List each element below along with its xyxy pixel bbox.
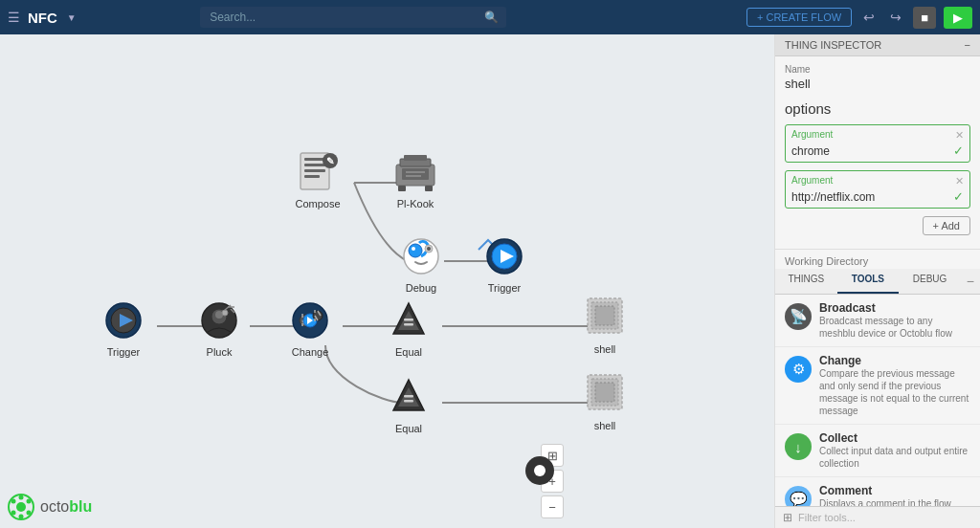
tab-things[interactable]: THINGS <box>775 269 837 294</box>
broadcast-desc: Broadcast message to any meshblu device … <box>819 315 970 340</box>
change-tool-desc: Compare the previous message and only se… <box>819 367 970 417</box>
svg-point-51 <box>27 511 32 516</box>
create-flow-button[interactable]: + CREATE FLOW <box>746 8 852 27</box>
argument1-label: Argument ✕ <box>791 129 964 142</box>
collect-icon: ↓ <box>785 433 812 460</box>
thing-inspector-label: THING INSPECTOR <box>785 39 881 51</box>
working-directory-label: Working Directory <box>775 249 980 269</box>
comment-desc: Displays a comment in the flow <box>819 497 951 506</box>
svg-rect-11 <box>425 186 433 191</box>
compose-label: Compose <box>295 198 340 209</box>
argument2-value[interactable]: http://netflix.com <box>791 190 949 204</box>
pl-kook-label: Pl-Kook <box>397 198 434 209</box>
svg-point-52 <box>19 515 24 519</box>
argument1-close-button[interactable]: ✕ <box>955 129 964 142</box>
filter-tools-input[interactable] <box>798 512 972 523</box>
brand-caret-icon[interactable]: ▼ <box>67 12 77 23</box>
argument2-close-button[interactable]: ✕ <box>955 175 964 187</box>
svg-rect-43 <box>404 400 413 403</box>
tabs-row: THINGS TOOLS DEBUG − <box>775 269 980 295</box>
shell-top-label: shell <box>594 343 616 355</box>
play-button[interactable]: ▶ <box>944 7 972 29</box>
compose-node[interactable]: ✎ Compose <box>295 149 341 209</box>
svg-rect-2 <box>304 164 325 166</box>
search-input[interactable] <box>200 7 506 28</box>
undo-button[interactable]: ↩ <box>859 8 879 27</box>
equal-mid-node[interactable]: Equal <box>386 297 432 358</box>
pluck-icon <box>196 297 242 343</box>
change-text: Change Compare the previous message and … <box>819 354 970 417</box>
argument1-value[interactable]: chrome <box>791 144 949 158</box>
svg-text:✎: ✎ <box>326 156 334 166</box>
change-node[interactable]: Change <box>287 297 333 358</box>
equal-bot-node[interactable]: Equal <box>386 374 432 434</box>
main-area: ✎ Compose Pl-Kook <box>0 34 980 528</box>
trigger-top-node[interactable]: Trigger <box>481 233 527 294</box>
change-label: Change <box>292 346 329 358</box>
equal-mid-icon <box>386 297 432 343</box>
comment-text: Comment Displays a comment in the flow <box>819 484 951 506</box>
name-field-label: Name <box>785 64 970 75</box>
debug-node[interactable]: Debug <box>398 233 444 294</box>
svg-point-49 <box>19 495 24 500</box>
shell-top-node[interactable]: shell <box>582 295 628 355</box>
argument1-input-row: chrome ✓ <box>791 143 964 158</box>
shell-bot-node[interactable]: shell <box>582 371 628 431</box>
tab-debug[interactable]: DEBUG <box>899 269 961 294</box>
svg-rect-9 <box>404 155 427 161</box>
zoom-out-button[interactable]: − <box>541 495 564 518</box>
argument2-label: Argument ✕ <box>791 175 964 187</box>
inspector-content: Name shell options Argument ✕ chrome ✓ A… <box>775 56 980 249</box>
search-container: 🔍 <box>200 7 506 28</box>
pluck-node[interactable]: Pluck <box>196 297 242 358</box>
stop-button[interactable]: ■ <box>913 7 936 29</box>
svg-rect-1 <box>304 158 325 161</box>
argument1-check-icon: ✓ <box>953 143 964 158</box>
trigger-node[interactable]: Trigger <box>100 297 146 358</box>
filter-tools-bar: ⊞ <box>775 506 980 528</box>
grid-icon: ⊞ <box>783 511 792 524</box>
tool-item-comment[interactable]: 💬 Comment Displays a comment in the flow <box>775 477 980 506</box>
change-icon <box>287 297 333 343</box>
tool-item-collect[interactable]: ↓ Collect Collect input data and output … <box>775 425 980 477</box>
thing-inspector-close-icon[interactable]: − <box>965 39 970 51</box>
equal-bot-icon <box>386 374 432 420</box>
collect-desc: Collect input data and output entire col… <box>819 445 970 470</box>
svg-point-53 <box>11 511 16 516</box>
menu-icon[interactable]: ☰ <box>8 10 20 25</box>
svg-rect-10 <box>398 186 406 191</box>
debug-label: Debug <box>406 282 436 294</box>
tab-tools[interactable]: TOOLS <box>837 269 900 294</box>
flow-connections <box>0 34 774 528</box>
equal-mid-label: Equal <box>395 346 422 358</box>
svg-rect-37 <box>404 319 413 321</box>
options-title: options <box>785 100 970 117</box>
argument2-input-row: http://netflix.com ✓ <box>791 189 964 204</box>
svg-point-16 <box>409 244 422 257</box>
broadcast-name: Broadcast <box>819 301 970 315</box>
broadcast-text: Broadcast Broadcast message to any meshb… <box>819 301 970 340</box>
shell-bot-label: shell <box>594 420 616 431</box>
broadcast-icon: 📡 <box>785 303 812 330</box>
comment-icon: 💬 <box>785 486 812 506</box>
tool-item-change[interactable]: ⚙ Change Compare the previous message an… <box>775 347 980 425</box>
pl-kook-node[interactable]: Pl-Kook <box>392 149 438 209</box>
logo-area: octoblu <box>8 494 92 520</box>
collect-text: Collect Collect input data and output en… <box>819 431 970 470</box>
svg-point-17 <box>412 247 415 251</box>
redo-button[interactable]: ↪ <box>886 8 905 27</box>
argument2-group: Argument ✕ http://netflix.com ✓ <box>785 170 970 209</box>
record-button[interactable] <box>525 456 554 485</box>
svg-point-54 <box>11 499 16 504</box>
svg-rect-38 <box>404 323 413 326</box>
tabs-collapse-button[interactable]: − <box>961 269 980 294</box>
topnav-right: + CREATE FLOW ↩ ↪ ■ ▶ <box>746 7 972 29</box>
flow-canvas[interactable]: ✎ Compose Pl-Kook <box>0 34 774 528</box>
right-panel: THING INSPECTOR − Name shell options Arg… <box>774 34 980 528</box>
svg-point-29 <box>222 310 228 316</box>
svg-point-19 <box>427 247 431 251</box>
compose-icon: ✎ <box>295 149 341 195</box>
top-nav: ☰ NFC ▼ 🔍 + CREATE FLOW ↩ ↪ ■ ▶ <box>0 0 980 34</box>
tool-item-broadcast[interactable]: 📡 Broadcast Broadcast message to any mes… <box>775 295 980 347</box>
add-argument-button[interactable]: + Add <box>923 216 970 235</box>
